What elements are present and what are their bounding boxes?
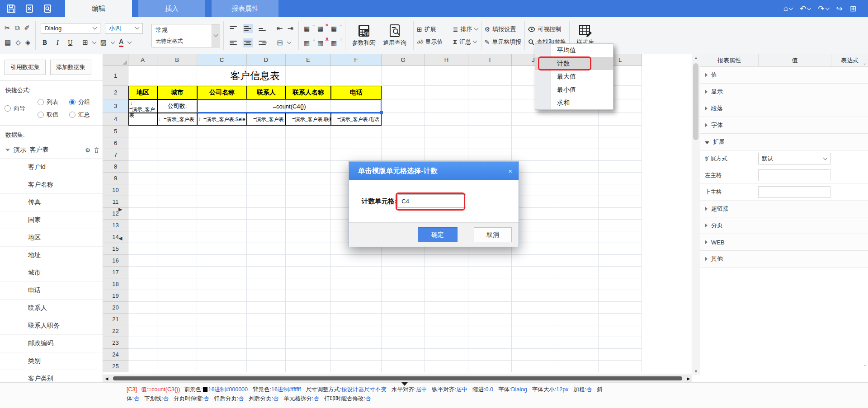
visual-control-button[interactable]: 可视控制 (528, 25, 566, 33)
row-header-10[interactable]: 10 (103, 184, 128, 196)
menu-item-计数[interactable]: 计数 (535, 57, 613, 70)
italic-button[interactable]: I (53, 39, 61, 47)
menu-item-求和[interactable]: 求和 (535, 96, 613, 109)
summary-button[interactable]: Σ汇总 (453, 38, 478, 46)
scroll-up-icon[interactable]: ▲ (692, 54, 700, 61)
align-center-icon[interactable] (243, 38, 253, 47)
delete-row-col-icon[interactable]: ▦✕ (317, 24, 326, 33)
align-left-icon[interactable] (229, 38, 239, 47)
property-section-超链接[interactable]: 超链接 (700, 201, 868, 217)
save-icon[interactable] (6, 4, 16, 14)
cell-fill-button[interactable]: ✎单元格填报 (485, 38, 522, 46)
dataset-field[interactable]: 地址 (0, 247, 103, 264)
scroll-left-icon[interactable]: ◀ (103, 375, 110, 382)
underline-button[interactable]: U (66, 39, 74, 47)
row-header-11[interactable]: 11 (103, 196, 128, 208)
row-header-2[interactable]: 2 (103, 86, 128, 99)
cell-A2[interactable]: 地区 (128, 86, 157, 99)
select-all-corner[interactable] (103, 54, 128, 66)
border-picker-icon[interactable]: ⊞ (82, 39, 88, 46)
cell-B4[interactable]: =演示_客户表 (157, 113, 197, 126)
row-header-12[interactable]: 12 (103, 208, 128, 220)
fill-settings-button[interactable]: ⚙填报设置 (485, 25, 522, 33)
increase-indent-icon[interactable]: ⇥ (288, 25, 293, 32)
row-header-14[interactable]: 14 (103, 231, 128, 243)
row-header-8[interactable]: 8 (103, 161, 128, 173)
radio-list[interactable]: 列表 (38, 98, 58, 106)
format-painter-icon[interactable]: ✐ (24, 25, 30, 32)
cut-icon[interactable]: ✂ (5, 25, 10, 32)
preview-icon[interactable] (42, 4, 52, 14)
row-header-1[interactable]: 1 (103, 66, 128, 86)
menu-item-最大值[interactable]: 最大值 (535, 70, 613, 83)
fill-color-icon[interactable]: ▨ (100, 39, 107, 46)
selection-resize-handle[interactable] (380, 111, 383, 114)
panel-scroll-down-icon[interactable]: ⌄ (863, 362, 867, 367)
radio-wizard[interactable]: 向导 (5, 104, 25, 113)
radio-group[interactable]: 分组 (69, 98, 90, 106)
property-select[interactable]: 默认 (758, 153, 830, 164)
general-query-button[interactable]: 通用查询 (379, 17, 410, 54)
dataset-field[interactable]: 联系人 (0, 300, 103, 317)
property-section-值[interactable]: 值 (700, 67, 868, 84)
clear-format-icon[interactable]: ◇ (15, 39, 21, 46)
close-icon[interactable]: × (508, 167, 512, 175)
property-section-WEB[interactable]: WEB (700, 234, 868, 251)
property-input[interactable] (758, 186, 830, 198)
ok-button[interactable]: 确定 (418, 227, 458, 242)
cell-E4[interactable]: =演示_客户表.联系 (286, 113, 331, 126)
cell-B2[interactable]: 城市 (157, 86, 197, 99)
scroll-down-icon[interactable]: ▼ (692, 368, 700, 375)
cell-D4[interactable]: =演示_客户表 (247, 113, 286, 126)
tab-report-properties[interactable]: 报表属性 (212, 0, 278, 17)
row-header-23[interactable]: 23 (103, 337, 128, 349)
column-header-I[interactable]: I (468, 54, 512, 66)
add-dataset-button[interactable]: 添加数据集 (50, 60, 91, 75)
font-size-select[interactable]: 小四 (105, 23, 143, 34)
row-header-19[interactable]: 19 (103, 290, 128, 302)
column-header-D[interactable]: D (247, 54, 286, 66)
move-row-icon[interactable]: ▦↑ (331, 39, 340, 47)
vscroll-thumb[interactable] (693, 63, 698, 140)
group-expand-arrow-icon[interactable]: ↓ (158, 116, 161, 122)
property-section-分页[interactable]: 分页 (700, 217, 868, 234)
column-header-E[interactable]: E (286, 54, 331, 66)
cell-F2[interactable]: 电话 (331, 86, 382, 99)
params-macro-button[interactable]: @ 参数和宏 (349, 17, 379, 54)
row-header-9[interactable]: 9 (103, 173, 128, 184)
property-input[interactable] (758, 169, 830, 181)
panel-scroll-up-icon[interactable]: ⌄ (863, 61, 867, 66)
radio-summary[interactable]: 汇总 (69, 111, 90, 119)
font-family-select[interactable]: Dialog (41, 23, 100, 34)
tree-expand-icon[interactable] (5, 149, 10, 151)
dataset-field[interactable]: 联系人职务 (0, 317, 103, 335)
column-header-B[interactable]: B (157, 54, 197, 66)
dataset-edit-icon[interactable]: ⚙ (85, 147, 90, 154)
dataset-field[interactable]: 客户id (0, 159, 103, 176)
menu-item-最小值[interactable]: 最小值 (535, 83, 613, 96)
row-header-22[interactable]: 22 (103, 325, 128, 337)
tab-edit[interactable]: 编辑 (65, 0, 132, 17)
expand-button[interactable]: ⊞扩展 (417, 25, 443, 33)
font-color-icon[interactable]: A (119, 39, 123, 47)
dataset-field[interactable]: 类别 (0, 352, 103, 370)
redo-button[interactable]: ↷ (818, 4, 829, 14)
sort-button[interactable]: ≣排序 (453, 25, 478, 33)
dataset-tree-node[interactable]: 演示_客户表 ⚙ (0, 142, 103, 159)
cell-B3[interactable]: 公司数: (157, 99, 197, 113)
column-header-H[interactable]: H (425, 54, 468, 66)
row-header-17[interactable]: 17 (103, 267, 128, 278)
copy-icon[interactable]: ⧉ (15, 25, 20, 32)
cell-E2[interactable]: 联系人名称 (286, 86, 331, 99)
row-height-icon[interactable]: ▦↕ (304, 39, 313, 47)
panel-collapse-left-icon[interactable]: ◀ (118, 236, 122, 241)
layout-grid-button[interactable]: ⊞ (850, 4, 856, 14)
property-section-其他[interactable]: 其他 (700, 251, 868, 267)
style-scroll-strip[interactable] (212, 24, 220, 47)
group-expand-arrow-icon[interactable]: ↓ (130, 100, 132, 106)
row-header-7[interactable]: 7 (103, 149, 128, 161)
row-header-6[interactable]: 6 (103, 137, 128, 149)
radio-value[interactable]: 取值 (38, 111, 58, 119)
property-section-字体[interactable]: 字体 (700, 117, 868, 134)
merge-cells-icon[interactable]: ⊟ (277, 39, 283, 47)
